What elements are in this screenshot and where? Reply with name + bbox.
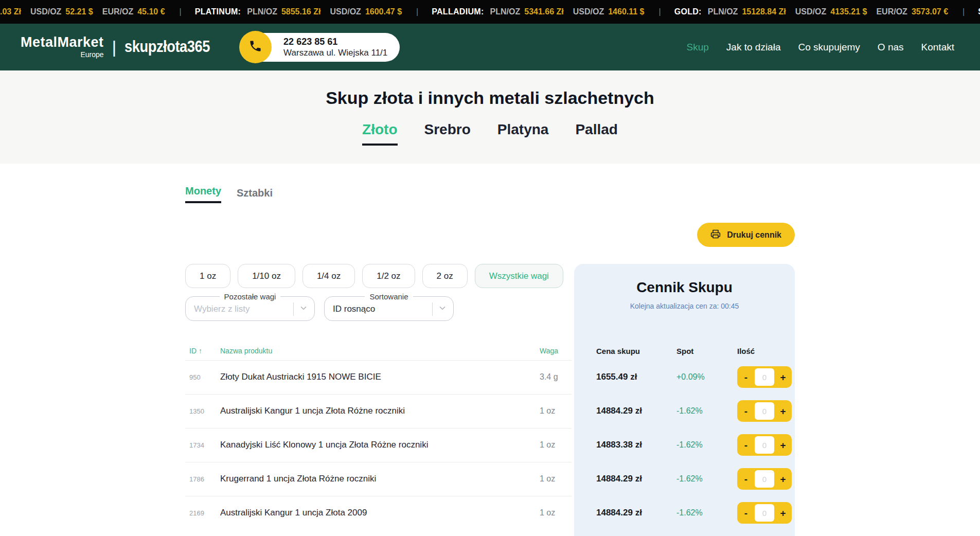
ticker-price-value: 1460.11 $ bbox=[608, 7, 644, 16]
ticker-unit-label: PLN/OZ bbox=[490, 7, 521, 16]
weight-chip[interactable]: 2 oz bbox=[422, 264, 468, 288]
metal-tab[interactable]: Złoto bbox=[362, 121, 397, 146]
ticker-price-value: 5855.16 Zł bbox=[281, 7, 321, 16]
product-weight: 1 oz bbox=[540, 508, 584, 517]
buy-price: 14884.29 zł bbox=[584, 406, 676, 416]
ticker-price-value: 5341.66 Zł bbox=[524, 7, 564, 16]
phone-icon bbox=[248, 39, 262, 55]
other-weights-select-label: Pozostałe wagi bbox=[220, 292, 281, 301]
select-inner: ID rosnąco bbox=[329, 301, 449, 317]
quantity-stepper: - 0 + bbox=[737, 366, 792, 388]
ticker-pair: PLN/OZ 15128.84 Zł bbox=[708, 7, 786, 16]
ticker-pairs: PLN/OZ 15128.84 Zł USD/OZ 4135.21 $ EUR/… bbox=[708, 7, 957, 16]
increase-quantity-button[interactable]: + bbox=[777, 406, 789, 416]
quantity-input[interactable]: 0 bbox=[755, 470, 774, 488]
page: .03 Zł USD/OZ 52.21 $ EUR/OZ 45.10 € | bbox=[0, 0, 980, 536]
table-row: 1350 Australijski Kangur 1 uncja Złota R… bbox=[185, 394, 795, 428]
spot-change: -1.62% bbox=[676, 508, 737, 517]
increase-quantity-button[interactable]: + bbox=[777, 440, 789, 450]
weight-chip[interactable]: 1/4 oz bbox=[302, 264, 355, 288]
nav-item[interactable]: Co skupujemy bbox=[798, 42, 860, 53]
increase-quantity-button[interactable]: + bbox=[777, 372, 789, 382]
ticker-metal-label: PLATINUM: bbox=[195, 7, 241, 16]
column-header-price: Cena skupu bbox=[584, 347, 676, 355]
ticker-item: .03 Zł USD/OZ 52.21 $ EUR/OZ 45.10 € | bbox=[0, 7, 195, 16]
ticker-metal-label: SILVER: bbox=[978, 7, 980, 16]
sort-select[interactable]: Sortowanie ID rosnąco bbox=[324, 292, 454, 321]
ticker-item: SILVER: PLN/OZ bbox=[978, 7, 980, 16]
decrease-quantity-button[interactable]: - bbox=[740, 372, 752, 382]
ticker-price-value: 4135.21 $ bbox=[830, 7, 867, 16]
chevron-down-icon bbox=[438, 303, 447, 315]
buy-price: 14884.29 zł bbox=[584, 474, 676, 484]
weight-chip[interactable]: 1 oz bbox=[185, 264, 230, 288]
quantity-input[interactable]: 0 bbox=[755, 504, 774, 522]
ticker-unit-label: USD/OZ bbox=[330, 7, 361, 16]
ticker-price-value: 1600.47 $ bbox=[365, 7, 402, 16]
buy-price: 1655.49 zł bbox=[584, 372, 676, 382]
decrease-quantity-button[interactable]: - bbox=[740, 508, 752, 518]
product-name: Krugerrand 1 uncja Złota Różne roczniki bbox=[220, 474, 540, 484]
spot-change: -1.62% bbox=[676, 474, 737, 484]
metal-tab[interactable]: Srebro bbox=[424, 121, 471, 146]
ticker-unit-label: USD/OZ bbox=[795, 7, 826, 16]
product-name: Kanadyjski Liść Klonowy 1 uncja Złota Ró… bbox=[220, 440, 540, 450]
column-header-id[interactable]: ID ↑ bbox=[185, 347, 220, 355]
quantity-input[interactable]: 0 bbox=[755, 402, 774, 420]
product-id: 1734 bbox=[185, 441, 220, 449]
nav-item[interactable]: O nas bbox=[878, 42, 904, 53]
phone-contact[interactable]: 22 623 85 61 Warszawa ul. Wiejska 11/1 bbox=[242, 33, 400, 62]
metal-tab[interactable]: Platyna bbox=[497, 121, 549, 146]
product-name: Australijski Kangur 1 uncja Złota 2009 bbox=[220, 508, 540, 518]
table-row: 950 Złoty Dukat Austriacki 1915 NOWE BIC… bbox=[185, 360, 795, 394]
product-type-subtab[interactable]: Monety bbox=[185, 185, 221, 203]
column-header-quantity: Ilość bbox=[737, 347, 795, 355]
quantity-stepper: - 0 + bbox=[737, 434, 792, 456]
decrease-quantity-button[interactable]: - bbox=[740, 440, 752, 450]
ticker-price-value: 15128.84 Zł bbox=[742, 7, 786, 16]
weight-chip[interactable]: 1/2 oz bbox=[362, 264, 415, 288]
main-nav: Skup Jak to działa Co skupujemy O nas Ko… bbox=[687, 42, 954, 53]
quantity-input[interactable]: 0 bbox=[755, 436, 774, 454]
quantity-stepper: - 0 + bbox=[737, 468, 792, 490]
ticker-pair: USD/OZ 4135.21 $ bbox=[795, 7, 867, 16]
spot-change: -1.62% bbox=[676, 406, 737, 416]
ticker-unit-label: USD/OZ bbox=[30, 7, 61, 16]
ticker-unit-label: EUR/OZ bbox=[876, 7, 907, 16]
ticker-price-value: .03 Zł bbox=[0, 7, 21, 16]
increase-quantity-button[interactable]: + bbox=[777, 474, 789, 484]
ticker-unit-label: PLN/OZ bbox=[247, 7, 277, 16]
column-header-name[interactable]: Nazwa produktu bbox=[220, 347, 540, 355]
ticker-pairs: PLN/OZ 5341.66 Zł USD/OZ 1460.11 $ bbox=[490, 7, 654, 16]
nav-item[interactable]: Jak to działa bbox=[726, 42, 781, 53]
ticker-pairs: PLN/OZ 5855.16 Zł USD/OZ 1600.47 $ bbox=[247, 7, 411, 16]
phone-address: Warszawa ul. Wiejska 11/1 bbox=[283, 47, 387, 58]
nav-item[interactable]: Skup bbox=[687, 42, 709, 53]
logo[interactable]: MetalMarket Europe | skupzłota365 bbox=[21, 35, 222, 59]
quantity-input[interactable]: 0 bbox=[755, 368, 774, 386]
site-header: MetalMarket Europe | skupzłota365 22 623… bbox=[0, 24, 980, 70]
table-header-row: ID ↑ Nazwa produktu Waga Cena skupu Spot… bbox=[185, 342, 795, 360]
ticker-separator: | bbox=[963, 7, 965, 16]
decrease-quantity-button[interactable]: - bbox=[740, 406, 752, 416]
decrease-quantity-button[interactable]: - bbox=[740, 474, 752, 484]
weight-chip[interactable]: 1/10 oz bbox=[238, 264, 295, 288]
print-price-list-button[interactable]: Drukuj cennik bbox=[697, 223, 795, 247]
nav-item[interactable]: Kontakt bbox=[921, 42, 954, 53]
metal-tabs: Złoto Srebro Platyna Pallad bbox=[0, 121, 980, 146]
spot-change: +0.09% bbox=[676, 372, 737, 382]
column-header-weight[interactable]: Waga bbox=[540, 347, 584, 355]
metal-tab[interactable]: Pallad bbox=[575, 121, 617, 146]
product-type-subtab[interactable]: Sztabki bbox=[237, 187, 273, 203]
product-weight: 3.4 g bbox=[540, 372, 584, 382]
quantity-cell: - 0 + bbox=[737, 434, 795, 456]
increase-quantity-button[interactable]: + bbox=[777, 508, 789, 518]
product-type-subtabs: Monety Sztabki bbox=[185, 185, 795, 203]
ticker-pair: USD/OZ 1600.47 $ bbox=[330, 7, 402, 16]
selects-row: Pozostałe wagi Wybierz z listy Sortowani… bbox=[185, 292, 574, 321]
other-weights-select[interactable]: Pozostałe wagi Wybierz z listy bbox=[185, 292, 315, 321]
product-weight: 1 oz bbox=[540, 440, 584, 450]
weight-chip[interactable]: Wszystkie wagi bbox=[475, 264, 563, 288]
phone-number: 22 623 85 61 bbox=[283, 36, 387, 48]
table-row: 2169 Australijski Kangur 1 uncja Złota 2… bbox=[185, 496, 795, 530]
